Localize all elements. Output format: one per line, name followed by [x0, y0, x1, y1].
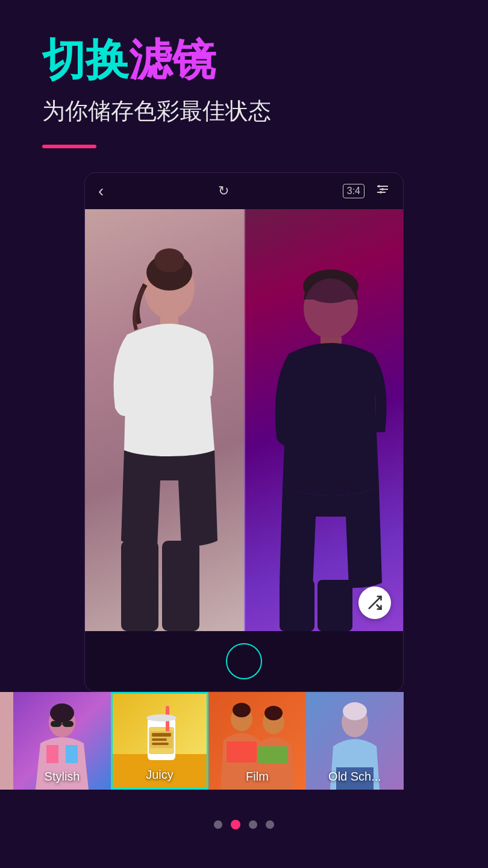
- svg-point-26: [50, 703, 74, 723]
- filter-label-oldschool: Old Sch...: [328, 770, 381, 784]
- camera-topbar: ‹ ↻ 3:4: [85, 173, 403, 209]
- svg-rect-15: [280, 580, 314, 631]
- photo-split-view: [85, 209, 403, 631]
- man-figure: [264, 257, 403, 631]
- svg-point-17: [304, 278, 358, 339]
- filter-item-stylish[interactable]: Stylish: [13, 692, 111, 790]
- svg-rect-11: [162, 541, 199, 631]
- svg-rect-39: [152, 733, 171, 737]
- pagination-dots: [0, 820, 488, 829]
- accent-underline: [42, 145, 96, 148]
- woman-figure: [91, 239, 230, 631]
- svg-rect-10: [121, 541, 158, 631]
- svg-rect-49: [227, 741, 257, 763]
- svg-rect-40: [152, 738, 167, 741]
- photo-left: [85, 209, 244, 631]
- filter-label-film: Film: [246, 770, 269, 784]
- title-part2: 滤镜: [129, 36, 216, 84]
- pagination-dot-1[interactable]: [214, 820, 222, 829]
- camera-container: ‹ ↻ 3:4: [84, 172, 404, 692]
- photo-right: [244, 209, 403, 631]
- filter-item-oldschool[interactable]: Old Sch...: [306, 692, 404, 790]
- pagination-dot-2[interactable]: [231, 820, 240, 829]
- subtitle-text: 为你储存色彩最佳状态: [42, 96, 446, 127]
- filter-item-fresh[interactable]: Fresh: [0, 692, 13, 790]
- camera-bottom-bar: [85, 631, 403, 691]
- aspect-ratio-badge[interactable]: 3:4: [343, 184, 364, 198]
- svg-rect-31: [66, 745, 78, 763]
- svg-rect-50: [258, 746, 288, 763]
- svg-point-46: [233, 703, 251, 717]
- svg-rect-27: [51, 721, 61, 727]
- pagination-dot-3[interactable]: [249, 820, 257, 829]
- shuffle-button[interactable]: [358, 587, 391, 619]
- svg-rect-41: [152, 743, 169, 745]
- title-part1: 切换: [42, 36, 129, 84]
- svg-point-8: [154, 248, 184, 272]
- filter-label-juicy: Juicy: [146, 768, 174, 782]
- svg-rect-30: [46, 745, 58, 763]
- svg-point-42: [146, 714, 177, 722]
- filter-settings-button[interactable]: [375, 182, 390, 200]
- split-divider: [244, 209, 245, 631]
- svg-point-3: [378, 185, 380, 187]
- camera-frame: ‹ ↻ 3:4: [84, 172, 404, 692]
- svg-rect-28: [63, 721, 74, 727]
- filter-item-film[interactable]: Film: [208, 692, 306, 790]
- circle-selector-button[interactable]: [226, 643, 262, 679]
- main-title: 切换滤镜: [42, 36, 446, 84]
- svg-rect-20: [0, 692, 13, 790]
- svg-rect-16: [318, 580, 352, 631]
- filter-label-stylish: Stylish: [45, 770, 80, 784]
- svg-point-54: [343, 702, 367, 720]
- refresh-button[interactable]: ↻: [218, 183, 229, 199]
- svg-point-4: [381, 188, 384, 190]
- header-section: 切换滤镜 为你储存色彩最佳状态: [0, 0, 488, 148]
- back-button[interactable]: ‹: [98, 181, 104, 201]
- filter-strip: Fresh: [0, 692, 404, 790]
- svg-point-5: [380, 191, 382, 193]
- pagination-dot-4[interactable]: [266, 820, 274, 829]
- filter-item-juicy[interactable]: Juicy: [111, 692, 208, 790]
- svg-point-48: [264, 706, 283, 720]
